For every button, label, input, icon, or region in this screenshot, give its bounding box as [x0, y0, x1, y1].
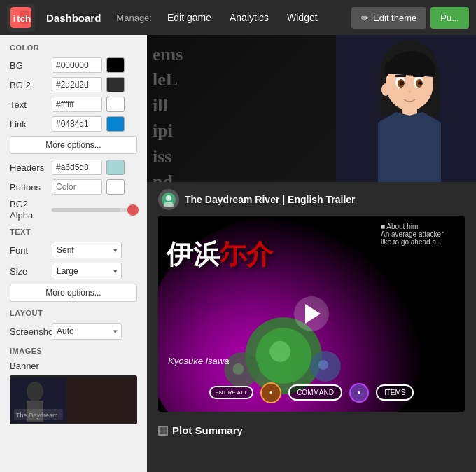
svg-text:The Daydream: The Daydream	[16, 412, 58, 419]
svg-point-19	[418, 81, 422, 85]
color-more-options-button[interactable]: More options...	[10, 136, 137, 154]
font-select-wrapper: Serif Sans-serif Monospace	[52, 242, 122, 258]
channel-avatar[interactable]	[158, 189, 179, 210]
size-select[interactable]: Small Medium Large	[52, 263, 122, 279]
plot-summary-label: Plot Summary	[172, 424, 243, 436]
text-color-swatch[interactable]	[106, 97, 125, 112]
manage-label: Manage:	[112, 13, 156, 23]
buttons-row: Buttons	[10, 179, 137, 195]
text-more-options-button[interactable]: More options...	[10, 284, 137, 302]
bg-swatch[interactable]	[106, 57, 125, 73]
jp-title-text: 伊浜尓介	[167, 237, 273, 272]
video-section: The Daydream River | English Trailer	[147, 182, 476, 419]
top-nav: i tch Dashboard Manage: Edit game Analyt…	[0, 0, 476, 35]
bg2-swatch[interactable]	[106, 77, 125, 92]
theme-sidebar: Color BG BG 2 Text Link More options...	[0, 35, 147, 472]
svg-point-23	[382, 83, 390, 96]
bg2-alpha-thumb[interactable]	[127, 204, 139, 216]
text-color-input[interactable]	[52, 97, 102, 112]
banner-image[interactable]: The Daydream	[10, 375, 137, 424]
text-color-row: Text	[10, 97, 137, 112]
content-area: ems leL ill ipi iss nd	[147, 35, 476, 472]
bg-value-input[interactable]	[52, 57, 102, 73]
nav-widget[interactable]: Widget	[280, 8, 325, 27]
text-color-label: Text	[10, 99, 48, 110]
sidebar-info-line3: like to go ahead a...	[381, 238, 458, 246]
svg-point-35	[318, 360, 328, 370]
images-section-label: Images	[10, 347, 137, 355]
en-subtitle: Kyosuke Isawa	[168, 356, 229, 366]
headers-label: Headers	[10, 162, 48, 173]
bg2-row: BG 2	[10, 77, 137, 92]
nav-analytics[interactable]: Analytics	[223, 8, 276, 27]
command-button[interactable]: COMMAND	[288, 384, 342, 401]
plot-summary-row: Plot Summary	[147, 419, 476, 442]
edit-theme-label: Edit theme	[373, 13, 416, 23]
nav-edit-game[interactable]: Edit game	[160, 8, 218, 27]
bg-label: BG	[10, 60, 48, 71]
link-color-label: Link	[10, 119, 48, 130]
headers-value-input[interactable]	[52, 160, 102, 175]
color-section-label: Color	[10, 43, 137, 52]
bg2-label: BG 2	[10, 80, 48, 90]
svg-text:tch: tch	[17, 13, 31, 24]
link-color-swatch[interactable]	[106, 116, 125, 132]
bg2-alpha-track[interactable]	[52, 208, 137, 212]
screenshots-select-wrapper: Auto Sidebar Columns	[52, 323, 122, 340]
sidebar-info-line1: ■ About him	[381, 223, 458, 230]
video-player[interactable]: 伊浜尓介 Kyosuke Isawa ENTIRE ATT ♦ COMMAND …	[158, 216, 465, 412]
svg-rect-5	[66, 377, 136, 423]
link-color-row: Link	[10, 116, 137, 132]
items-button[interactable]: ITEMS	[376, 384, 414, 401]
font-row: Font Serif Sans-serif Monospace	[10, 242, 137, 258]
svg-rect-20	[395, 75, 406, 77]
text-section-label: Text	[10, 228, 137, 236]
video-sidebar-info: ■ About him An average attacker like to …	[381, 223, 458, 246]
svg-point-31	[270, 341, 290, 362]
buttons-swatch[interactable]	[106, 179, 125, 195]
svg-point-25	[166, 195, 172, 201]
entire-att-button[interactable]: ENTIRE ATT	[209, 386, 254, 399]
screenshots-row: Screenshots Auto Sidebar Columns	[10, 323, 137, 340]
play-icon	[305, 304, 321, 324]
sidebar-info-line2: An average attacker	[381, 230, 458, 238]
main-layout: Color BG BG 2 Text Link More options...	[0, 35, 476, 472]
font-select[interactable]: Serif Sans-serif Monospace	[52, 242, 122, 258]
screenshots-label: Screenshots	[10, 326, 48, 337]
bg2-value-input[interactable]	[52, 77, 102, 92]
headers-row: Headers	[10, 160, 137, 175]
content-inner: ems leL ill ipi iss nd	[147, 35, 476, 472]
pencil-icon: ✏	[361, 13, 369, 23]
video-title: The Daydream River | English Trailer	[185, 194, 356, 205]
svg-point-6	[27, 382, 43, 401]
bg2-alpha-row: BG2Alpha	[10, 199, 137, 221]
buttons-color-input[interactable]	[52, 179, 102, 195]
bg-row: BG	[10, 57, 137, 73]
font-label: Font	[10, 245, 48, 256]
bg2-alpha-label: BG2Alpha	[10, 199, 48, 221]
play-button[interactable]	[294, 296, 329, 331]
character-illustration	[336, 35, 476, 182]
edit-theme-button[interactable]: ✏ Edit theme	[351, 7, 426, 29]
size-label: Size	[10, 266, 48, 277]
martial-orb[interactable]: ♦	[260, 382, 281, 403]
game-header: ems leL ill ipi iss nd	[147, 35, 476, 182]
items-orb[interactable]: ●	[349, 383, 369, 403]
publish-button[interactable]: Pu...	[430, 7, 469, 29]
size-select-wrapper: Small Medium Large	[52, 263, 122, 279]
buttons-label: Buttons	[10, 182, 48, 193]
link-color-input[interactable]	[52, 116, 102, 132]
dashboard-link[interactable]: Dashboard	[39, 12, 108, 24]
banner-label: Banner	[10, 361, 48, 371]
headers-swatch[interactable]	[106, 160, 125, 175]
header-bg-text: ems leL ill ipi iss nd	[153, 42, 183, 182]
game-items-bar: ENTIRE ATT ♦ COMMAND ● ITEMS	[158, 373, 465, 412]
svg-text:i: i	[13, 13, 16, 24]
svg-point-18	[400, 81, 404, 85]
screenshots-select[interactable]: Auto Sidebar Columns	[52, 323, 122, 340]
video-background: 伊浜尓介 Kyosuke Isawa ENTIRE ATT ♦ COMMAND …	[158, 216, 465, 412]
site-logo[interactable]: i tch	[7, 4, 35, 32]
bg2-alpha-fill	[52, 208, 120, 212]
size-row: Size Small Medium Large	[10, 263, 137, 279]
plot-icon	[158, 426, 168, 436]
